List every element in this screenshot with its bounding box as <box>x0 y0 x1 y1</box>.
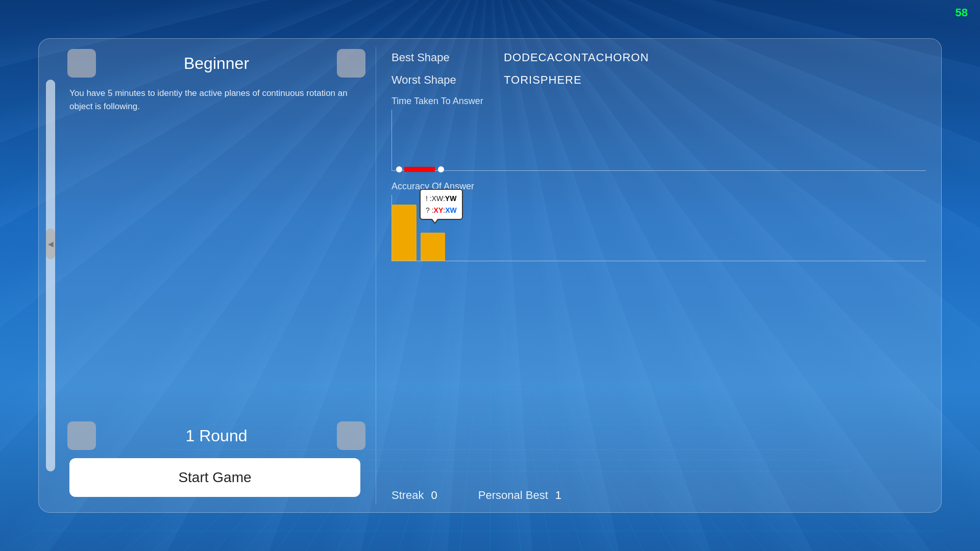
worst-shape-value: TORISPHERE <box>504 73 582 87</box>
level-title: Beginner <box>105 54 328 73</box>
tooltip-bubble: ! :XW:YW ? :XY:XW <box>420 189 463 220</box>
time-chart-label: Time Taken To Answer <box>391 96 926 107</box>
time-dot-right <box>438 166 444 172</box>
bottom-row: 1 Round <box>49 421 365 450</box>
frame-counter: 58 <box>955 6 968 19</box>
scroll-track[interactable] <box>46 80 55 471</box>
streak-value: 0 <box>431 489 437 502</box>
prev-round-button[interactable] <box>67 421 96 450</box>
prev-level-button[interactable] <box>67 49 96 78</box>
worst-shape-label: Worst Shape <box>391 73 504 87</box>
accuracy-chart: ! :XW:YW ? :XY:XW <box>391 195 926 261</box>
personal-best-value: 1 <box>555 489 561 502</box>
bottom-stats: Streak 0 Personal Best 1 <box>391 489 926 502</box>
top-row: Beginner <box>49 49 365 78</box>
time-chart-area <box>391 110 926 171</box>
time-bar-red <box>404 167 435 172</box>
scroll-thumb[interactable] <box>46 229 55 259</box>
accuracy-chart-area: ! :XW:YW ? :XY:XW <box>391 195 926 261</box>
streak-label: Streak <box>391 489 424 502</box>
next-level-button[interactable] <box>337 49 365 78</box>
worst-shape-row: Worst Shape TORISPHERE <box>391 73 926 87</box>
bar-short <box>421 233 445 261</box>
next-round-button[interactable] <box>337 421 365 450</box>
tooltip-line2: ? :XY:XW <box>426 205 457 216</box>
best-shape-row: Best Shape DODECACONTACHORON <box>391 51 926 64</box>
start-game-button[interactable]: Start Game <box>69 458 360 497</box>
right-panel: Best Shape DODECACONTACHORON Worst Shape… <box>376 39 941 512</box>
best-shape-label: Best Shape <box>391 51 504 64</box>
left-panel: Beginner You have 5 minutes to identiy t… <box>39 39 376 512</box>
main-card: Beginner You have 5 minutes to identiy t… <box>38 38 942 513</box>
level-description: You have 5 minutes to identiy the active… <box>49 87 365 113</box>
accuracy-chart-label: Accuracy Of Answer <box>391 181 926 192</box>
time-chart <box>391 110 926 171</box>
tooltip-line1: ! :XW:YW <box>426 193 457 204</box>
bar-tall <box>392 205 416 261</box>
best-shape-value: DODECACONTACHORON <box>504 51 649 64</box>
round-label: 1 Round <box>105 427 328 445</box>
time-dot-left <box>396 166 402 172</box>
personal-best-label: Personal Best <box>478 489 548 502</box>
